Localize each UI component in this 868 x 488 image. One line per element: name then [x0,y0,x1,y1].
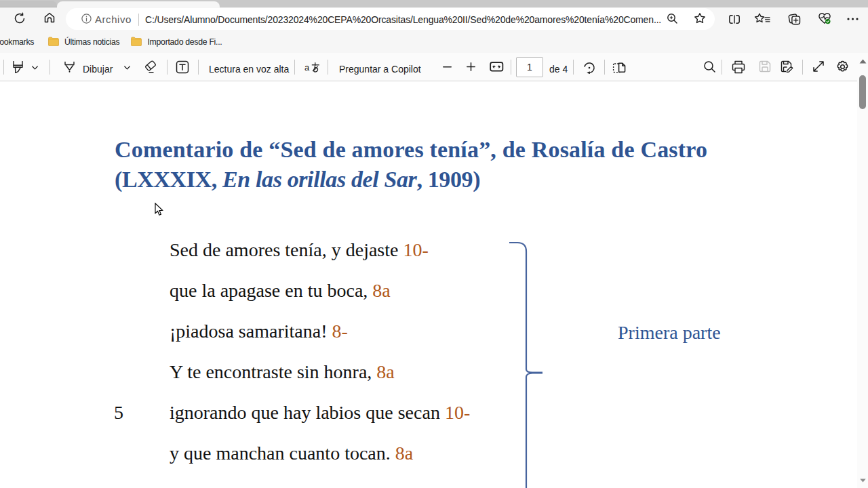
svg-text:a: a [304,62,310,73]
